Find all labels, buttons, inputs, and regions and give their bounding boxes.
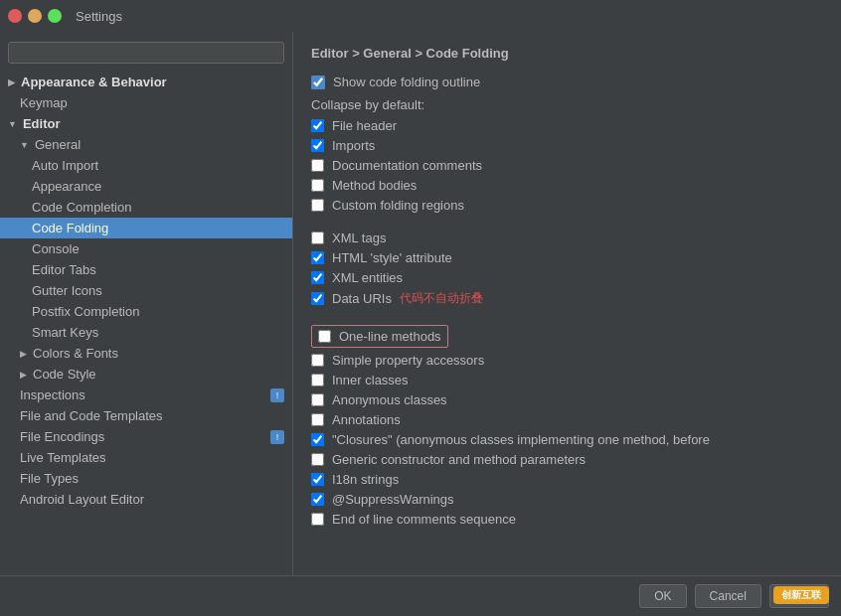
checkbox-row-html-style: HTML 'style' attribute [311, 250, 823, 265]
sidebar-item-label: Smart Keys [32, 325, 98, 340]
checkbox-row-simple-property-accessors: Simple property accessors [311, 353, 823, 368]
checkbox-anonymous-classes[interactable] [311, 393, 324, 406]
watermark: 创新互联 [773, 586, 829, 604]
sidebar-item-android-layout-editor[interactable]: Android Layout Editor [0, 489, 292, 510]
show-code-folding-row: Show code folding outline [311, 75, 823, 89]
label-inner-classes[interactable]: Inner classes [332, 373, 409, 387]
one-line-methods-highlight: One-line methods [311, 325, 448, 348]
label-anonymous-classes[interactable]: Anonymous classes [332, 392, 447, 407]
ok-button[interactable]: OK [639, 584, 686, 608]
show-code-folding-checkbox[interactable] [311, 76, 325, 89]
sidebar-item-label: Code Style [33, 367, 96, 382]
label-suppress-warnings[interactable]: @SuppressWarnings [332, 492, 454, 507]
red-note-data-uris: 代码不自动折叠 [400, 290, 483, 307]
checkbox-row-anonymous-classes: Anonymous classes [311, 392, 823, 407]
title-bar: Settings [0, 0, 841, 32]
checkbox-end-of-line-comments[interactable] [311, 513, 324, 526]
checkbox-file-header[interactable] [311, 119, 324, 132]
label-end-of-line-comments[interactable]: End of line comments sequence [332, 512, 516, 527]
sidebar-item-code-folding[interactable]: Code Folding [0, 218, 292, 238]
checkbox-row-xml-tags: XML tags [311, 231, 823, 245]
dialog-buttons: OK Cancel Apply [0, 575, 841, 616]
checkbox-method-bodies[interactable] [311, 179, 324, 192]
triangle-icon: ▶ [20, 370, 27, 380]
label-xml-entities[interactable]: XML entities [332, 270, 403, 285]
sidebar-item-label: Editor [23, 116, 61, 131]
checkbox-inner-classes[interactable] [311, 374, 324, 386]
checkbox-row-annotations: Annotations [311, 412, 823, 427]
label-annotations[interactable]: Annotations [332, 412, 401, 427]
checkbox-row-inner-classes: Inner classes [311, 373, 823, 387]
search-input[interactable] [8, 42, 284, 64]
checkbox-generic-constructor[interactable] [311, 453, 324, 466]
icon-badge: ! [270, 388, 284, 402]
checkbox-html-style[interactable] [311, 251, 324, 264]
sidebar-item-appearance-behavior[interactable]: ▶Appearance & Behavior [0, 72, 292, 92]
sidebar-item-label: Appearance [32, 179, 101, 194]
label-documentation-comments[interactable]: Documentation comments [332, 158, 482, 173]
label-closures[interactable]: "Closures" (anonymous classes implementi… [332, 432, 710, 447]
checkbox-xml-entities[interactable] [311, 271, 324, 284]
sidebar-item-console[interactable]: Console [0, 238, 292, 259]
sidebar-item-label: Inspections [20, 387, 85, 402]
window-title: Settings [76, 9, 122, 24]
label-simple-property-accessors[interactable]: Simple property accessors [332, 353, 484, 368]
checkbox-imports[interactable] [311, 139, 324, 152]
maximize-button[interactable] [48, 9, 62, 23]
checkbox-data-uris[interactable] [311, 292, 324, 305]
checkbox-xml-tags[interactable] [311, 231, 324, 244]
minimize-button[interactable] [28, 9, 42, 23]
checkbox-row-suppress-warnings: @SuppressWarnings [311, 492, 823, 507]
label-i18n-strings[interactable]: I18n strings [332, 472, 399, 487]
sidebar-item-code-completion[interactable]: Code Completion [0, 197, 292, 218]
label-custom-folding-regions[interactable]: Custom folding regions [332, 198, 464, 213]
label-html-style[interactable]: HTML 'style' attribute [332, 250, 452, 265]
sidebar-item-label: File Encodings [20, 429, 104, 444]
sidebar-item-smart-keys[interactable]: Smart Keys [0, 322, 292, 343]
sidebar-item-general[interactable]: ▼General [0, 134, 292, 155]
checkbox-closures[interactable] [311, 433, 324, 446]
sidebar-item-keymap[interactable]: Keymap [0, 92, 292, 113]
sidebar-item-live-templates[interactable]: Live Templates [0, 447, 292, 468]
sidebar-item-editor[interactable]: ▼Editor [0, 113, 292, 134]
triangle-icon: ▼ [20, 140, 29, 150]
label-file-header[interactable]: File header [332, 118, 397, 133]
checkbox-one-line-methods[interactable] [318, 330, 331, 343]
window-controls[interactable] [8, 9, 62, 23]
sidebar-item-inspections[interactable]: Inspections! [0, 385, 292, 405]
checkbox-i18n-strings[interactable] [311, 473, 324, 486]
checkbox-suppress-warnings[interactable] [311, 493, 324, 506]
sidebar-item-auto-import[interactable]: Auto Import [0, 155, 292, 176]
checkbox-row-i18n-strings: I18n strings [311, 472, 823, 487]
checkbox-row-closures: "Closures" (anonymous classes implementi… [311, 432, 823, 447]
checkbox-documentation-comments[interactable] [311, 159, 324, 172]
checkbox-custom-folding-regions[interactable] [311, 199, 324, 212]
sidebar-item-label: Code Completion [32, 200, 131, 215]
sidebar-item-label: Android Layout Editor [20, 492, 144, 507]
checkbox-annotations[interactable] [311, 413, 324, 426]
spacer-spacer1 [311, 218, 823, 226]
triangle-icon: ▶ [8, 77, 15, 87]
sidebar-item-file-code-templates[interactable]: File and Code Templates [0, 405, 292, 426]
show-code-folding-label[interactable]: Show code folding outline [333, 75, 480, 89]
sidebar-item-postfix-completion[interactable]: Postfix Completion [0, 301, 292, 322]
sidebar-item-label: Appearance & Behavior [21, 75, 167, 89]
label-data-uris[interactable]: Data URIs [332, 291, 392, 306]
label-xml-tags[interactable]: XML tags [332, 231, 386, 245]
sidebar-items-container: ▶Appearance & BehaviorKeymap▼Editor▼Gene… [0, 72, 292, 510]
close-button[interactable] [8, 9, 22, 23]
label-generic-constructor[interactable]: Generic constructor and method parameter… [332, 452, 586, 467]
label-imports[interactable]: Imports [332, 138, 375, 153]
sidebar-item-file-encodings[interactable]: File Encodings! [0, 426, 292, 447]
sidebar-item-code-style[interactable]: ▶Code Style [0, 364, 292, 385]
label-one-line-methods[interactable]: One-line methods [339, 329, 441, 344]
checkbox-simple-property-accessors[interactable] [311, 354, 324, 367]
sidebar-item-gutter-icons[interactable]: Gutter Icons [0, 280, 292, 301]
sidebar-item-label: File and Code Templates [20, 408, 163, 423]
sidebar-item-file-types[interactable]: File Types [0, 468, 292, 489]
sidebar-item-appearance[interactable]: Appearance [0, 176, 292, 197]
cancel-button[interactable]: Cancel [695, 584, 761, 608]
label-method-bodies[interactable]: Method bodies [332, 178, 417, 193]
sidebar-item-colors-fonts[interactable]: ▶Colors & Fonts [0, 343, 292, 364]
sidebar-item-editor-tabs[interactable]: Editor Tabs [0, 259, 292, 280]
